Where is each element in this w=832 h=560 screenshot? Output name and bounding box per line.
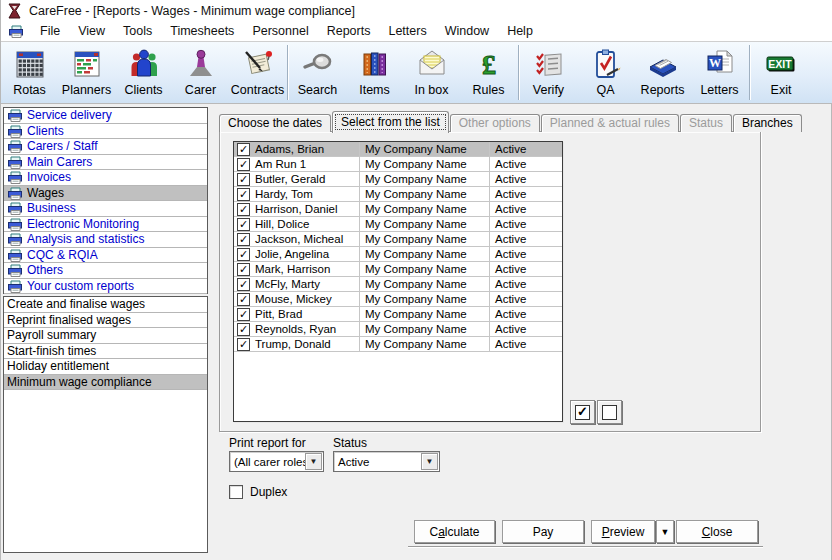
sidebar-category-business[interactable]: Business: [4, 201, 207, 217]
sidebar-category-service-delivery[interactable]: Service delivery: [4, 108, 207, 124]
close-button[interactable]: Close: [676, 520, 758, 543]
checked-checkbox-icon[interactable]: ✓: [237, 173, 250, 186]
menu-item-reports[interactable]: Reports: [318, 22, 380, 40]
sidebar-category-others[interactable]: Others: [4, 263, 207, 279]
menu-item-letters[interactable]: Letters: [379, 22, 435, 40]
sidebar-category-main-carers[interactable]: Main Carers: [4, 155, 207, 171]
sidebar-category-carers-staff[interactable]: Carers / Staff: [4, 139, 207, 155]
menu-item-timesheets[interactable]: Timesheets: [161, 22, 243, 40]
list-item[interactable]: ✓Am Run 1My Company NameActive: [234, 157, 562, 172]
checked-checkbox-icon[interactable]: ✓: [237, 308, 250, 321]
list-item[interactable]: ✓Reynolds, RyanMy Company NameActive: [234, 322, 562, 337]
checked-checkbox-icon[interactable]: ✓: [237, 233, 250, 246]
toolbar-button-planners[interactable]: Planners: [58, 42, 115, 103]
toolbar-button-in-box[interactable]: In box: [403, 42, 460, 103]
report-list-panel: Create and finalise wagesReprint finalis…: [3, 296, 208, 553]
list-item[interactable]: ✓Pitt, BradMy Company NameActive: [234, 307, 562, 322]
checked-checkbox-icon[interactable]: ✓: [237, 293, 250, 306]
sidebar-category-analysis-and-statistics[interactable]: Analysis and statistics: [4, 232, 207, 248]
checked-checkbox-icon[interactable]: ✓: [237, 158, 250, 171]
preview-dropdown-button[interactable]: ▼: [656, 520, 674, 543]
carer-status: Active: [490, 307, 562, 321]
carer-name: Butler, Gerald: [250, 172, 360, 186]
report-item-reprint-finalised-wages[interactable]: Reprint finalised wages: [4, 313, 207, 329]
toolbar-button-verify[interactable]: Verify: [520, 42, 577, 103]
chevron-down-icon[interactable]: ▼: [305, 453, 322, 470]
checked-checkbox-icon[interactable]: ✓: [237, 188, 250, 201]
sidebar-category-electronic-monitoring[interactable]: Electronic Monitoring: [4, 217, 207, 233]
list-item[interactable]: ✓Jolie, AngelinaMy Company NameActive: [234, 247, 562, 262]
toolbar-button-exit[interactable]: EXITExit: [751, 42, 811, 103]
application-window: CareFree - [Reports - Wages - Minimum wa…: [0, 0, 832, 560]
checked-checkbox-icon[interactable]: ✓: [237, 143, 250, 156]
pay-button[interactable]: Pay: [502, 520, 584, 543]
carer-status: Active: [490, 202, 562, 216]
calculate-button[interactable]: Calculate: [414, 520, 495, 543]
list-item[interactable]: ✓Mark, HarrisonMy Company NameActive: [234, 262, 562, 277]
report-item-payroll-summary[interactable]: Payroll summary: [4, 328, 207, 344]
print-report-for-label: Print report for: [229, 436, 306, 450]
toolbar-button-letters[interactable]: WLetters: [691, 42, 748, 103]
carer-status: Active: [490, 277, 562, 291]
report-item-minimum-wage-compliance[interactable]: Minimum wage compliance: [4, 375, 207, 391]
report-item-start-finish-times[interactable]: Start-finish times: [4, 344, 207, 360]
toolbar-button-carer[interactable]: Carer: [172, 42, 229, 103]
menu-item-personnel[interactable]: Personnel: [243, 22, 317, 40]
preview-button[interactable]: Preview: [591, 520, 655, 543]
toolbar-separator: [287, 45, 288, 100]
list-item[interactable]: ✓Hardy, TomMy Company NameActive: [234, 187, 562, 202]
list-item[interactable]: ✓Hill, DoliceMy Company NameActive: [234, 217, 562, 232]
menu-item-tools[interactable]: Tools: [114, 22, 161, 40]
toolbar-button-clients[interactable]: Clients: [115, 42, 172, 103]
menu-item-help[interactable]: Help: [498, 22, 542, 40]
toolbar-button-rules[interactable]: £Rules: [460, 42, 517, 103]
carer-status: Active: [490, 157, 562, 171]
checked-checkbox-icon[interactable]: ✓: [237, 203, 250, 216]
sidebar-category-invoices[interactable]: Invoices: [4, 170, 207, 186]
toolbar-button-contracts[interactable]: Contracts: [229, 42, 286, 103]
select-all-button[interactable]: ✓: [570, 400, 595, 424]
sidebar-category-wages[interactable]: Wages: [4, 186, 207, 202]
menu-item-file[interactable]: File: [31, 22, 69, 40]
toolbar-button-qa[interactable]: QA: [577, 42, 634, 103]
report-item-label: Start-finish times: [7, 344, 96, 358]
list-item[interactable]: ✓Jackson, MichealMy Company NameActive: [234, 232, 562, 247]
checked-checkbox-icon[interactable]: ✓: [237, 263, 250, 276]
toolbar-button-rotas[interactable]: Rotas: [1, 42, 58, 103]
duplex-checkbox[interactable]: [229, 485, 243, 499]
menu-item-window[interactable]: Window: [436, 22, 498, 40]
status-select[interactable]: Active ▼: [333, 451, 440, 472]
checked-checkbox-icon[interactable]: ✓: [237, 323, 250, 336]
sidebar-category-your-custom-reports[interactable]: Your custom reports: [4, 279, 207, 295]
chevron-down-icon[interactable]: ▼: [421, 453, 438, 470]
checked-checkbox-icon[interactable]: ✓: [237, 278, 250, 291]
list-item[interactable]: ✓Harrison, DanielMy Company NameActive: [234, 202, 562, 217]
tab-select-from-the-list[interactable]: Select from the list: [332, 111, 449, 133]
list-item[interactable]: ✓Butler, GeraldMy Company NameActive: [234, 172, 562, 187]
list-item[interactable]: ✓McFly, MartyMy Company NameActive: [234, 277, 562, 292]
report-item-holiday-entitlement[interactable]: Holiday entitlement: [4, 359, 207, 375]
print-report-for-select[interactable]: (All carer roles) ▼: [229, 451, 324, 472]
carer-name: Pitt, Brad: [250, 307, 360, 321]
list-item[interactable]: ✓Trump, DonaldMy Company NameActive: [234, 337, 562, 352]
tab-choose-the-dates[interactable]: Choose the dates: [219, 114, 331, 132]
list-item[interactable]: ✓Mouse, MickeyMy Company NameActive: [234, 292, 562, 307]
printer-icon: [7, 280, 24, 292]
calendar-grid-icon: [13, 47, 47, 81]
toolbar-label: Reports: [641, 83, 685, 97]
tab-branches[interactable]: Branches: [733, 114, 802, 132]
checked-checkbox-icon[interactable]: ✓: [237, 248, 250, 261]
sidebar-category-cqc-rqia[interactable]: CQC & RQIA: [4, 248, 207, 264]
checked-checkbox-icon[interactable]: ✓: [237, 218, 250, 231]
clear-all-button[interactable]: [597, 400, 622, 424]
menu-items: FileViewToolsTimesheetsPersonnelReportsL…: [31, 22, 542, 40]
menu-item-view[interactable]: View: [69, 22, 114, 40]
sidebar-category-label: Carers / Staff: [27, 139, 97, 153]
checked-checkbox-icon[interactable]: ✓: [237, 338, 250, 351]
sidebar-category-clients[interactable]: Clients: [4, 124, 207, 140]
toolbar-button-reports[interactable]: Reports: [634, 42, 691, 103]
toolbar-button-search[interactable]: Search: [289, 42, 346, 103]
list-item[interactable]: ✓Adams, BrianMy Company NameActive: [234, 142, 562, 157]
report-item-create-and-finalise-wages[interactable]: Create and finalise wages: [4, 297, 207, 313]
toolbar-button-items[interactable]: Items: [346, 42, 403, 103]
